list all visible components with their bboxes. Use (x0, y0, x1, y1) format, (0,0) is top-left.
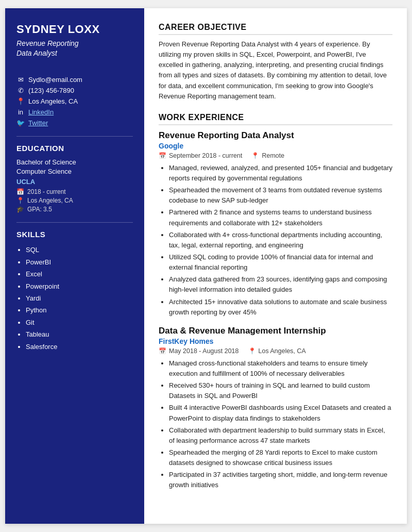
list-item: Python (26, 304, 133, 316)
contact-section: ✉ Sydlo@email.com ✆ (123) 456-7890 📍 Los… (16, 76, 133, 127)
skills-title: SKILLS (16, 230, 133, 239)
location-icon: 📍 (16, 97, 25, 105)
list-item: Git (26, 317, 133, 328)
edu-location-item: 📍 Los Angeles, CA (16, 197, 133, 204)
sidebar-header: SYDNEY LOXX Revenue ReportingData Analys… (16, 23, 133, 58)
list-item: Managed, reviewed, analyzed, and present… (169, 163, 392, 184)
resume-container: SYDNEY LOXX Revenue ReportingData Analys… (5, 8, 407, 524)
dates-text-google: September 2018 - current (169, 152, 242, 159)
list-item: PowerBI (26, 256, 133, 268)
gpa-icon: 🎓 (16, 206, 24, 213)
location-icon-google: 📍 (251, 152, 259, 159)
edu-location-icon: 📍 (16, 197, 24, 204)
job-meta-google: 📅 September 2018 - current 📍 Remote (159, 152, 392, 159)
list-item: Powerpoint (26, 280, 133, 292)
job-company-firstkey: FirstKey Homes (159, 337, 392, 345)
location-icon-firstkey: 📍 (248, 347, 256, 355)
education-title: EDUCATION (16, 144, 133, 153)
phone-icon: ✆ (16, 87, 25, 94)
calendar-icon: 📅 (16, 188, 24, 195)
email-text: Sydlo@email.com (28, 76, 82, 84)
job-bullets-firstkey: Managed cross-functional stakeholders an… (159, 358, 392, 491)
location-item: 📍 Los Angeles, CA (16, 97, 133, 105)
linkedin-icon: in (16, 108, 25, 116)
list-item: Spearheaded the merging of 28 Yardi repo… (169, 447, 392, 468)
work-experience-heading: WORK EXPERIENCE (159, 113, 392, 125)
location-text: Los Angeles, CA (28, 97, 78, 105)
location-text-firstkey: Los Angeles, CA (259, 347, 306, 355)
skills-section: SKILLS SQL PowerBI Excel Powerpoint Yard… (16, 230, 133, 353)
candidate-title: Revenue ReportingData Analyst (16, 39, 133, 58)
work-experience-section: WORK EXPERIENCE Revenue Reporting Data A… (159, 113, 392, 491)
job-meta-firstkey: 📅 May 2018 - August 2018 📍 Los Angeles, … (159, 347, 392, 355)
twitter-icon: 🐦 (16, 119, 25, 127)
list-item: Utilized SQL coding to provide 100% of f… (169, 252, 392, 273)
job-dates-firstkey: 📅 May 2018 - August 2018 (159, 347, 239, 355)
job-location-firstkey: 📍 Los Angeles, CA (248, 347, 306, 355)
edu-location: Los Angeles, CA (27, 197, 73, 204)
list-item: Salesforce (26, 341, 133, 353)
divider-2 (16, 222, 133, 223)
list-item: Tableau (26, 328, 133, 340)
list-item: Managed cross-functional stakeholders an… (169, 358, 392, 379)
linkedin-item[interactable]: in LinkedIn (16, 108, 133, 116)
education-meta: 📅 2018 - current 📍 Los Angeles, CA 🎓 GPA… (16, 188, 133, 213)
job-title-google: Revenue Reporting Data Analyst (159, 130, 392, 141)
list-item: Excel (26, 268, 133, 280)
job-dates-google: 📅 September 2018 - current (159, 152, 242, 159)
career-objective-heading: CAREER OBJECTIVE (159, 23, 392, 35)
school-name: UCLA (16, 178, 133, 186)
main-content: CAREER OBJECTIVE Proven Revenue Reportin… (144, 8, 407, 524)
email-icon: ✉ (16, 76, 25, 84)
career-objective-text: Proven Revenue Reporting Data Analyst wi… (159, 39, 392, 102)
job-firstkey: Data & Revenue Management Internship Fir… (159, 326, 392, 491)
list-item: Analyzed data gathered from 23 sources, … (169, 274, 392, 295)
job-location-google: 📍 Remote (251, 152, 284, 159)
linkedin-link[interactable]: LinkedIn (28, 108, 54, 116)
list-item: Built 4 interactive PowerBI dashboards u… (169, 403, 392, 423)
list-item: Collaborated with department leadership … (169, 425, 392, 446)
dates-text-firstkey: May 2018 - August 2018 (169, 347, 239, 355)
job-google: Revenue Reporting Data Analyst Google 📅 … (159, 130, 392, 318)
list-item: Participated in 37 activities targeting … (169, 470, 392, 490)
phone-item: ✆ (123) 456-7890 (16, 87, 133, 94)
education-section: EDUCATION Bachelor of Science Computer S… (16, 144, 133, 213)
list-item: Received 530+ hours of training in SQL a… (169, 380, 392, 401)
degree-text: Bachelor of Science (16, 158, 133, 167)
list-item: Architected 15+ innovative data solution… (169, 297, 392, 318)
list-item: Spearheaded the movement of 3 teams from… (169, 185, 392, 206)
list-item: Yardi (26, 292, 133, 304)
twitter-link[interactable]: Twitter (28, 119, 48, 127)
edu-dates: 2018 - current (27, 188, 66, 195)
calendar-icon-firstkey: 📅 (159, 347, 166, 355)
gpa-text: GPA: 3.5 (27, 206, 52, 213)
career-objective-section: CAREER OBJECTIVE Proven Revenue Reportin… (159, 23, 392, 102)
divider-1 (16, 136, 133, 137)
job-company-google: Google (159, 142, 392, 150)
sidebar: SYDNEY LOXX Revenue ReportingData Analys… (5, 8, 144, 524)
twitter-item[interactable]: 🐦 Twitter (16, 119, 133, 127)
phone-text: (123) 456-7890 (28, 87, 74, 94)
list-item: Collaborated with 4+ cross-functional de… (169, 230, 392, 251)
calendar-icon-google: 📅 (159, 152, 166, 159)
candidate-name: SYDNEY LOXX (16, 23, 133, 36)
major-text: Computer Science (16, 167, 133, 176)
list-item: SQL (26, 244, 133, 256)
list-item: Partnered with 2 finance and systems tea… (169, 207, 392, 228)
job-title-firstkey: Data & Revenue Management Internship (159, 326, 392, 336)
gpa-item: 🎓 GPA: 3.5 (16, 206, 133, 213)
edu-dates-item: 📅 2018 - current (16, 188, 133, 195)
job-bullets-google: Managed, reviewed, analyzed, and present… (159, 163, 392, 318)
email-item: ✉ Sydlo@email.com (16, 76, 133, 84)
location-text-google: Remote (262, 152, 284, 159)
skills-list: SQL PowerBI Excel Powerpoint Yardi Pytho… (16, 244, 133, 353)
